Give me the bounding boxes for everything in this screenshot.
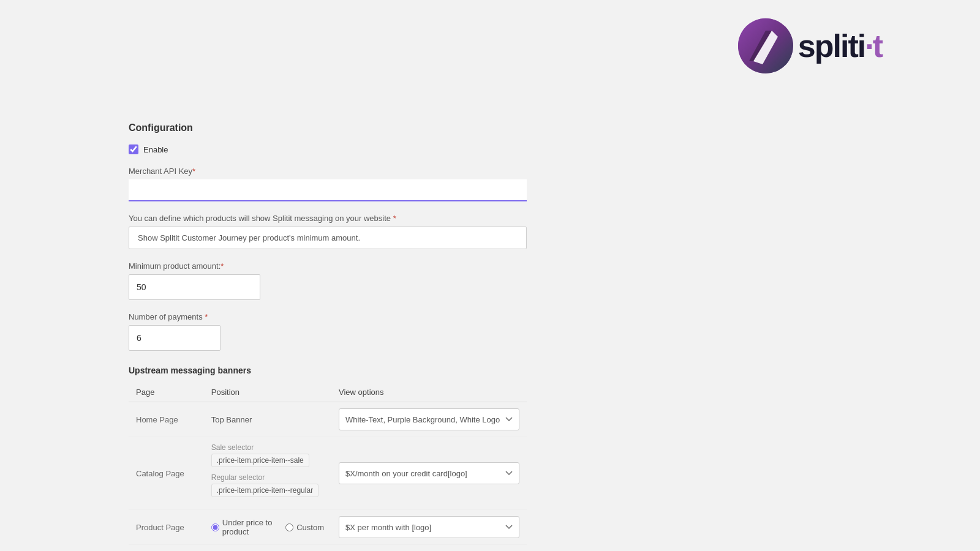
product-filter-dropdown[interactable]: Show Splitit Customer Journey per produc…: [129, 227, 527, 249]
logo-area: spliti·t: [738, 18, 882, 73]
merchant-api-key-label: Merchant API Key*: [129, 167, 527, 176]
num-payments-group: Number of payments *: [129, 312, 527, 351]
home-page-select[interactable]: White-Text, Purple Background, White Log…: [339, 408, 519, 430]
min-amount-input[interactable]: [129, 274, 260, 300]
logo-split: split: [798, 28, 858, 64]
merchant-api-key-group: Merchant API Key*: [129, 167, 527, 201]
merchant-api-key-input[interactable]: [129, 179, 527, 201]
banners-section: Upstream messaging banners Page Position…: [129, 365, 527, 545]
regular-selector-block: Regular selector .price-item.price-item-…: [211, 473, 324, 497]
num-payments-label: Number of payments *: [129, 312, 527, 321]
min-amount-label: Minimum product amount:*: [129, 261, 527, 271]
num-payments-input[interactable]: [129, 325, 221, 351]
banners-title: Upstream messaging banners: [129, 365, 527, 375]
product-page-position: Under price to product Custom: [204, 510, 331, 545]
product-filter-label: You can define which products will show …: [129, 214, 527, 223]
catalog-page-select[interactable]: $X/month on your credit card[logo]: [339, 462, 519, 484]
col-page: Page: [129, 383, 204, 402]
splitit-logo-icon: [738, 18, 793, 73]
radio-under-price-label[interactable]: Under price to product: [211, 518, 277, 536]
page-wrapper: spliti·t Configuration Enable Merchant A…: [0, 0, 980, 551]
radio-custom-label[interactable]: Custom: [285, 523, 324, 532]
radio-custom[interactable]: [285, 523, 293, 531]
home-page-position: Top Banner: [204, 402, 331, 437]
enable-checkbox[interactable]: [129, 144, 138, 154]
enable-label: Enable: [143, 145, 168, 154]
logo-text: spliti·t: [798, 30, 882, 62]
table-row: Home Page Top Banner White-Text, Purple …: [129, 402, 527, 437]
banners-table: Page Position View options Home Page Top…: [129, 383, 527, 545]
col-view-options: View options: [331, 383, 527, 402]
logo-t: t: [873, 28, 882, 64]
product-position-radio-group: Under price to product Custom: [211, 518, 324, 536]
configuration-title: Configuration: [129, 122, 527, 133]
home-page-name: Home Page: [129, 402, 204, 437]
table-row: Product Page Under price to product: [129, 510, 527, 545]
sale-selector-block: Sale selector .price-item.price-item--sa…: [211, 443, 324, 467]
table-row: Catalog Page Sale selector .price-item.p…: [129, 437, 527, 510]
table-header-row: Page Position View options: [129, 383, 527, 402]
product-page-view-options: $X per month with [logo]: [331, 510, 527, 545]
col-position: Position: [204, 383, 331, 402]
enable-row: Enable: [129, 144, 527, 154]
product-filter-group: You can define which products will show …: [129, 214, 527, 249]
main-content: Configuration Enable Merchant API Key* Y…: [0, 0, 527, 551]
logo-i: i: [858, 28, 865, 64]
home-page-view-options: White-Text, Purple Background, White Log…: [331, 402, 527, 437]
product-page-name: Product Page: [129, 510, 204, 545]
radio-under-price[interactable]: [211, 523, 219, 531]
product-page-select[interactable]: $X per month with [logo]: [339, 516, 519, 538]
catalog-page-name: Catalog Page: [129, 437, 204, 510]
min-amount-group: Minimum product amount:*: [129, 261, 527, 300]
logo-dot: ·: [865, 28, 872, 64]
catalog-page-position: Sale selector .price-item.price-item--sa…: [204, 437, 331, 510]
catalog-page-view-options: $X/month on your credit card[logo]: [331, 437, 527, 510]
